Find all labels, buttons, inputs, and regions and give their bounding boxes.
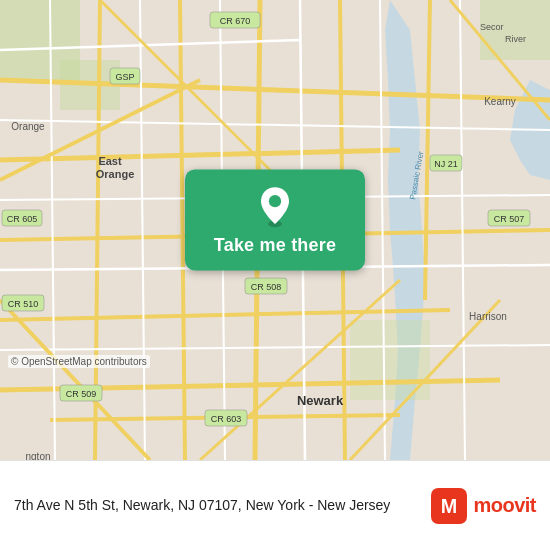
svg-text:CR 509: CR 509: [66, 389, 97, 399]
svg-text:GSP: GSP: [115, 72, 134, 82]
osm-credit: © OpenStreetMap contributors: [8, 355, 150, 368]
svg-text:ngton: ngton: [25, 451, 50, 460]
svg-text:CR 510: CR 510: [8, 299, 39, 309]
svg-text:River: River: [505, 34, 526, 44]
svg-text:Orange: Orange: [11, 121, 45, 132]
bottom-bar: 7th Ave N 5th St, Newark, NJ 07107, New …: [0, 460, 550, 550]
moovit-text: moovit: [473, 494, 536, 517]
svg-text:East: East: [98, 155, 122, 167]
svg-text:Kearny: Kearny: [484, 96, 516, 107]
svg-text:CR 670: CR 670: [220, 16, 251, 26]
svg-text:CR 605: CR 605: [7, 214, 38, 224]
map-area: CR 670 NJ 21 CR 605 CR 510 CR 508 CR 507…: [0, 0, 550, 460]
address-text: 7th Ave N 5th St, Newark, NJ 07107, New …: [14, 496, 431, 516]
moovit-logo: M moovit: [431, 488, 536, 524]
svg-text:CR 508: CR 508: [251, 282, 282, 292]
svg-text:M: M: [441, 495, 457, 517]
take-me-there-button[interactable]: Take me there: [214, 235, 336, 256]
green-card[interactable]: Take me there: [185, 169, 365, 270]
moovit-icon: M: [431, 488, 467, 524]
svg-text:CR 603: CR 603: [211, 414, 242, 424]
svg-text:Orange: Orange: [96, 168, 135, 180]
location-pin-icon: [257, 185, 293, 227]
svg-point-62: [269, 195, 281, 207]
cta-overlay: Take me there: [185, 169, 365, 270]
svg-text:Newark: Newark: [297, 393, 344, 408]
svg-text:Harrison: Harrison: [469, 311, 507, 322]
svg-text:NJ 21: NJ 21: [434, 159, 458, 169]
svg-text:CR 507: CR 507: [494, 214, 525, 224]
svg-text:Secor: Secor: [480, 22, 504, 32]
